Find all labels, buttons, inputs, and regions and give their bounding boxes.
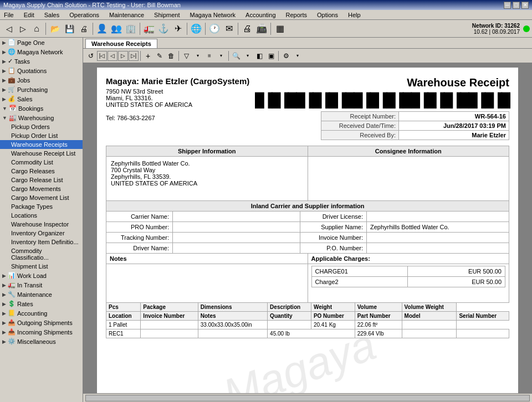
sidebar-child-warehouse-inspector[interactable]: Warehouse Inspector xyxy=(0,220,83,229)
clock-button[interactable]: 🕐 xyxy=(208,22,221,35)
menu-item-magaya-network[interactable]: Magaya Network xyxy=(188,11,238,19)
sidebar-item-page-one[interactable]: ▶📄Page One xyxy=(0,38,83,47)
menu-item-file[interactable]: File xyxy=(2,11,16,19)
sort-dropdown[interactable]: ▾ xyxy=(216,50,227,61)
menu-item-options[interactable]: Options xyxy=(315,11,340,19)
refresh-button[interactable]: ↺ xyxy=(85,50,96,61)
sidebar-item-work-load[interactable]: ▶📊Work Load xyxy=(0,271,83,280)
home-button[interactable]: ⌂ xyxy=(30,22,43,35)
menu-item-accounting[interactable]: Accounting xyxy=(244,11,277,19)
expand-icon: ▶ xyxy=(2,292,6,297)
sidebar-item-outgoing-shipments[interactable]: ▶📤Outgoing Shipments xyxy=(0,318,83,327)
sidebar-item-sales[interactable]: ▶💰Sales xyxy=(0,94,83,104)
sidebar-item-miscellaneous[interactable]: ▶⚙️Miscellaneous xyxy=(0,337,83,346)
sidebar-label: Accounting xyxy=(17,310,47,317)
sidebar-item-tasks[interactable]: ▶✓Tasks xyxy=(0,56,83,66)
sidebar-child-pickup-orders[interactable]: Pickup Orders xyxy=(0,122,83,131)
new-button[interactable]: + xyxy=(142,50,154,61)
close-button[interactable]: ✕ xyxy=(521,2,529,9)
menu-item-sales[interactable]: Sales xyxy=(43,11,62,19)
sidebar-item-purchasing[interactable]: ▶🛒Purchasing xyxy=(0,85,83,94)
print-button[interactable]: 🖨 xyxy=(77,22,90,35)
save-button[interactable]: 💾 xyxy=(63,22,76,35)
tracking-number-value xyxy=(173,233,300,243)
company-name: Magaya: Marie Etzler (CargoSystem) xyxy=(106,76,249,86)
carrier-table: Inland Carrier and Supplier information … xyxy=(106,200,509,254)
sidebar-child-pickup-order-list[interactable]: Pickup Order List xyxy=(0,131,83,140)
last-record-button[interactable]: ▷| xyxy=(129,51,139,61)
maximize-button[interactable]: □ xyxy=(513,2,520,9)
sidebar-item-jobs[interactable]: ▶💼Jobs xyxy=(0,75,83,85)
col-volume: Volume xyxy=(355,303,402,312)
forward-button[interactable]: ▷ xyxy=(16,22,29,35)
horizontal-scrollbar[interactable] xyxy=(85,395,530,401)
search-extra2[interactable]: ▣ xyxy=(265,50,277,61)
menu-item-maintenance[interactable]: Maintenance xyxy=(108,11,146,19)
warehouse-receipts-tab[interactable]: Warehouse Receipts xyxy=(85,39,157,48)
sidebar-child-cargo-release-list[interactable]: Cargo Release List xyxy=(0,176,83,184)
open-button[interactable]: 📂 xyxy=(48,22,62,35)
next-record-button[interactable]: ▷ xyxy=(118,51,128,61)
sort-button[interactable]: ≡ xyxy=(204,50,215,61)
delete-button[interactable]: 🗑 xyxy=(166,50,177,61)
menu-item-edit[interactable]: Edit xyxy=(22,11,36,19)
filter-button[interactable]: ▽ xyxy=(181,50,192,61)
sidebar-item-bookings[interactable]: ▼📅Bookings xyxy=(0,104,83,113)
sidebar-item-incoming-shipments[interactable]: ▶📥Incoming Shipments xyxy=(0,327,83,337)
folder-icon: 📊 xyxy=(8,272,16,279)
search-button[interactable]: 🔍 xyxy=(231,50,242,61)
menu-item-operations[interactable]: Operations xyxy=(68,11,101,19)
col-dimensions: Dimensions xyxy=(198,303,267,312)
minimize-button[interactable]: ─ xyxy=(504,2,511,9)
sidebar-item-maintenance[interactable]: ▶🔧Maintenance xyxy=(0,290,83,299)
menu-item-shipment[interactable]: Shipment xyxy=(152,11,181,19)
item-volume-weight xyxy=(402,321,457,329)
settings-button[interactable]: ▦ xyxy=(273,22,287,35)
truck-button[interactable]: 🚛 xyxy=(142,22,156,35)
sidebar-child-locations[interactable]: Locations xyxy=(0,211,83,220)
search-dropdown[interactable]: ▾ xyxy=(242,50,253,61)
first-record-button[interactable]: |◁ xyxy=(97,51,107,61)
sidebar-item-warehousing[interactable]: ▼🏭Warehousing xyxy=(0,113,83,122)
sidebar-child-warehouse-receipt-list[interactable]: Warehouse Receipt List xyxy=(0,149,83,158)
filter-dropdown[interactable]: ▾ xyxy=(192,50,203,61)
config-button[interactable]: ⚙ xyxy=(280,50,291,61)
building-button[interactable]: 🏢 xyxy=(124,22,137,35)
globe-button[interactable]: 🌐 xyxy=(190,22,203,35)
sidebar-child-cargo-movements[interactable]: Cargo Movements xyxy=(0,184,83,193)
person-button[interactable]: 👥 xyxy=(110,22,123,35)
sidebar-child-inventory-organizer[interactable]: Inventory Organizer xyxy=(0,229,83,238)
sidebar-item-magaya-network[interactable]: ▶🌐Magaya Network xyxy=(0,47,83,56)
menu-item-reports[interactable]: Reports xyxy=(284,11,309,19)
printer2-button[interactable]: 🖨 xyxy=(241,22,254,35)
sidebar-item-quotations[interactable]: ▶📋Quotations xyxy=(0,66,83,75)
sidebar-child-cargo-movement-list[interactable]: Cargo Movement List xyxy=(0,193,83,202)
prev-record-button[interactable]: ◁ xyxy=(108,51,117,61)
driver-license-label: Driver License: xyxy=(300,212,367,222)
expand-icon: ▶ xyxy=(2,339,6,344)
sidebar-child-commodity-classificatio---[interactable]: Commodity Classificatio... xyxy=(0,246,83,262)
fax-button[interactable]: 📠 xyxy=(255,22,268,35)
sidebar-child-commodity-list[interactable]: Commodity List xyxy=(0,158,83,167)
config-dropdown[interactable]: ▾ xyxy=(292,50,303,61)
mail-button[interactable]: ✉ xyxy=(222,22,236,35)
sidebar-child-warehouse-receipts[interactable]: Warehouse Receipts xyxy=(0,140,83,149)
sidebar-child-cargo-releases[interactable]: Cargo Releases xyxy=(0,167,83,176)
back-button[interactable]: ◁ xyxy=(2,22,16,35)
search-extra1[interactable]: ◧ xyxy=(254,50,265,61)
sidebar-item-in-transit[interactable]: ▶🚛In Transit xyxy=(0,280,83,290)
folder-icon: ⚙️ xyxy=(8,338,16,345)
agent-button[interactable]: 👤 xyxy=(95,22,109,35)
sidebar-item-accounting[interactable]: ▶📒Accounting xyxy=(0,308,83,318)
folder-icon: 📋 xyxy=(8,67,16,74)
plane-button[interactable]: ✈ xyxy=(171,22,185,35)
menu-item-help[interactable]: Help xyxy=(346,11,362,19)
document-scroll-area[interactable]: Magaya: Marie Etzler (CargoSystem) 7950 … xyxy=(83,63,532,393)
sidebar-child-package-types[interactable]: Package Types xyxy=(0,202,83,211)
sidebar-child-shipment-list[interactable]: Shipment List xyxy=(0,262,83,271)
ship-button[interactable]: ⚓ xyxy=(157,22,170,35)
sidebar-child-inventory-item-definitio---[interactable]: Inventory Item Definitio... xyxy=(0,238,83,246)
sidebar-item-rates[interactable]: ▶💲Rates xyxy=(0,299,83,308)
edit-button[interactable]: ✎ xyxy=(154,50,165,61)
charges-label: Applicable Charges: xyxy=(308,254,509,264)
